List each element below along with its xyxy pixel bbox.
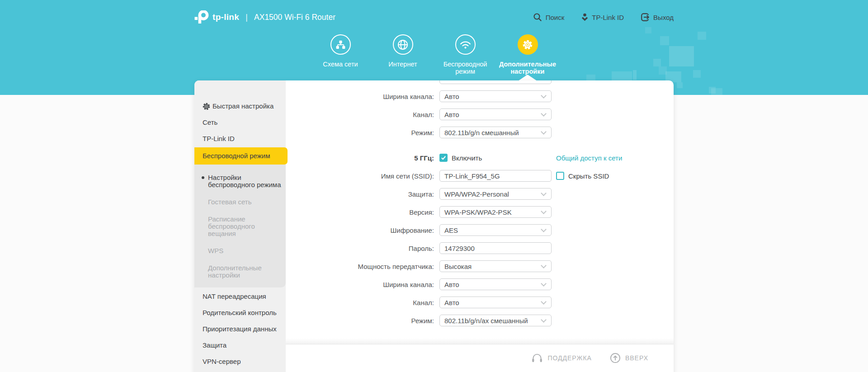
sidebar-item-label: TP-Link ID: [203, 133, 235, 144]
sidebar-item-parental-controls[interactable]: Родительский контроль: [194, 307, 286, 318]
mode-5g-select[interactable]: 802.11b/g/n/ax смешанный: [439, 315, 552, 326]
form-bottom-shadow: [286, 338, 674, 344]
security-5g-select[interactable]: WPA/WPA2-Personal: [439, 188, 552, 200]
sidebar-item-label: Беспроводной режим: [203, 151, 270, 161]
support-button[interactable]: ПОДДЕРЖКА: [531, 353, 592, 363]
field-label: Мощность передатчика:: [286, 263, 434, 270]
device-title: AX1500 Wi-Fi 6 Router: [254, 13, 335, 22]
field-value: TP-Link_F954_5G: [444, 172, 500, 180]
user-icon: [581, 13, 588, 22]
encryption-5g-select[interactable]: AES: [439, 224, 552, 236]
chevron-down-icon: [541, 226, 547, 232]
brand-separator: |: [245, 12, 248, 22]
form-row-ssid-5g: Имя сети (SSID):TP-Link_F954_5GСкрыть SS…: [286, 170, 674, 182]
internet-globe-icon: [393, 34, 413, 55]
field-value: AES: [444, 226, 458, 234]
chevron-down-icon: [541, 190, 547, 196]
sidebar-item-tplink-id[interactable]: TP-Link ID: [194, 133, 286, 144]
channel-width-24g-select[interactable]: Авто: [439, 90, 552, 102]
chevron-down-icon: [541, 129, 547, 135]
sidebar-subitem-wireless-settings[interactable]: Настройкибеспроводного режима: [194, 174, 286, 188]
brand-name: tp-link: [212, 12, 239, 22]
sidebar-item-qos[interactable]: Приоритезация данных: [194, 324, 286, 334]
tab-internet[interactable]: Интернет: [372, 34, 434, 75]
sidebar: Быстрая настройкаСетьTP-Link IDБеспровод…: [194, 80, 286, 372]
field-value: Авто: [444, 93, 459, 100]
tab-network-map[interactable]: Схема сети: [309, 34, 372, 75]
content-panel: Ширина канала:АвтоКанал:АвтоРежим:802.11…: [286, 80, 674, 372]
version-5g-select[interactable]: WPA-PSK/WPA2-PSK: [439, 206, 552, 218]
channel-24g-select[interactable]: Авто: [439, 108, 552, 120]
search-label: Поиск: [546, 14, 565, 21]
chevron-down-icon: [541, 299, 547, 305]
field-label: Версия:: [286, 208, 434, 216]
field-value: 14729300: [444, 245, 475, 252]
sidebar-item-label: Родительский контроль: [203, 307, 277, 318]
channel-width-5g-select[interactable]: Авто: [439, 278, 552, 290]
scroll-up-button[interactable]: ВВЕРХ: [610, 353, 648, 363]
active-tab-pointer: [518, 75, 537, 81]
tab-wireless[interactable]: Беспроводнойрежим: [434, 34, 496, 75]
field-label: Режим:: [286, 129, 434, 137]
up-label: ВВЕРХ: [625, 354, 648, 362]
page-card: Быстрая настройкаСетьTP-Link IDБеспровод…: [194, 80, 674, 372]
field-label: Шифрование:: [286, 226, 434, 234]
tplink-id-button[interactable]: TP-Link ID: [581, 13, 624, 22]
tab-advanced-settings[interactable]: Дополнительныенастройки: [496, 34, 559, 75]
field-value: Авто: [444, 299, 459, 306]
search-button[interactable]: Поиск: [533, 13, 565, 22]
headset-icon: [531, 353, 543, 363]
form-row-version-5g: Версия:WPA-PSK/WPA2-PSK: [286, 206, 674, 218]
field-label: Ширина канала:: [286, 281, 434, 288]
tx-power-5g-select[interactable]: Высокая: [439, 260, 552, 272]
form-row-mode-24g: Режим:802.11b/g/n смешанный: [286, 127, 674, 138]
chevron-down-icon: [541, 111, 547, 117]
sidebar-item-label: Защита: [203, 340, 226, 351]
channel-5g-select[interactable]: Авто: [439, 297, 552, 308]
field-label: Канал:: [286, 111, 434, 118]
decorative-square: [677, 82, 683, 88]
network-share-link[interactable]: Общий доступ к сети: [556, 154, 622, 162]
field-label: Режим:: [286, 317, 434, 325]
tab-label: Дополнительныенастройки: [499, 61, 556, 75]
chevron-down-icon: [541, 281, 547, 287]
enable-5g-checkbox[interactable]: [439, 154, 448, 162]
sidebar-subitem-wireless-schedule: Расписаниебеспроводноговещания: [194, 216, 286, 237]
sidebar-item-security[interactable]: Защита: [194, 340, 286, 351]
form-row-security-5g: Защита:WPA/WPA2-Personal: [286, 188, 674, 200]
sidebar-item-nat-forwarding[interactable]: NAT переадресация: [194, 291, 286, 302]
checkbox-label: Скрыть SSID: [568, 172, 609, 180]
brand-row: tp-link | AX1500 Wi-Fi 6 Router: [194, 0, 335, 34]
wifi-icon: [455, 34, 476, 55]
sidebar-item-label: NAT переадресация: [203, 291, 266, 302]
field-label: Ширина канала:: [286, 93, 434, 100]
mode-24g-select[interactable]: 802.11b/g/n смешанный: [439, 127, 552, 138]
logout-button[interactable]: Выход: [641, 13, 674, 21]
sidebar-item-wireless[interactable]: Беспроводной режим: [194, 147, 288, 165]
main-nav: Схема сети Интернет Беспроводнойрежим До…: [0, 34, 868, 75]
form-row-channel-width-5g: Ширина канала:Авто: [286, 278, 674, 290]
hide-ssid-checkbox[interactable]: [556, 172, 564, 180]
sidebar-item-quick-setup[interactable]: Быстрая настройка: [194, 101, 286, 112]
sidebar-item-network[interactable]: Сеть: [194, 117, 286, 128]
wireless-settings-form: Ширина канала:АвтоКанал:АвтоРежим:802.11…: [286, 80, 674, 326]
tab-label: Схема сети: [323, 61, 358, 68]
field-value: 802.11b/g/n смешанный: [444, 129, 519, 137]
sidebar-item-label: Приоритезация данных: [203, 324, 277, 334]
top-partial-select[interactable]: [439, 80, 552, 84]
search-icon: [533, 13, 542, 22]
chevron-down-icon: [541, 263, 547, 268]
sidebar-subitem-wps: WPS: [194, 247, 286, 254]
logout-icon: [641, 13, 650, 21]
field-label: Защита:: [286, 190, 434, 198]
sidebar-item-vpn-server[interactable]: VPN-сервер: [194, 356, 286, 367]
gear-icon: [203, 103, 210, 110]
tplink-logo-icon: [194, 10, 210, 24]
checkbox-label: Включить: [452, 154, 482, 162]
ssid-5g-input[interactable]: TP-Link_F954_5G: [439, 170, 552, 182]
password-5g-input[interactable]: 14729300: [439, 242, 552, 254]
chevron-down-icon: [541, 208, 547, 214]
footer-bar: ПОДДЕРЖКА ВВЕРХ: [286, 344, 674, 372]
gear-icon: [518, 34, 538, 55]
field-label: Имя сети (SSID):: [286, 172, 434, 180]
